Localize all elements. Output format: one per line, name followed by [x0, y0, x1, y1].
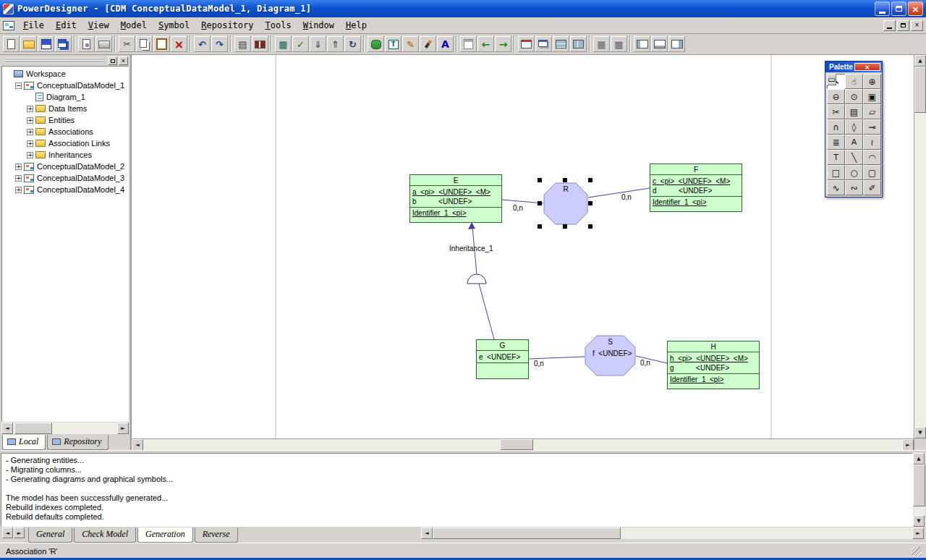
general[interactable]: General [28, 527, 72, 543]
ellipse[interactable] [845, 165, 863, 180]
copy[interactable] [136, 36, 153, 52]
association-links[interactable]: Association Links [4, 137, 128, 149]
conceptualdatamodel-2[interactable]: ConceptualDataModel_2 [4, 161, 128, 172]
conceptualdatamodel-3[interactable]: ConceptualDataModel_3 [4, 172, 128, 184]
tab-scroll-left-button[interactable]: ◄ [2, 527, 13, 538]
cut[interactable] [119, 36, 135, 52]
delete[interactable] [171, 36, 187, 52]
sep[interactable] [512, 35, 517, 53]
paste[interactable] [153, 36, 170, 52]
mdi-child-icon[interactable] [3, 21, 14, 30]
window-cascade[interactable] [535, 36, 552, 52]
scroll-up-button[interactable]: ▲ [914, 55, 926, 67]
save[interactable] [38, 36, 54, 52]
scroll-thumb[interactable] [500, 439, 533, 450]
selection-handle[interactable] [538, 224, 542, 229]
open[interactable] [20, 36, 37, 52]
selection-handle[interactable] [563, 224, 567, 229]
font[interactable] [437, 36, 454, 52]
snap[interactable] [611, 36, 627, 52]
browser-float-button[interactable] [108, 56, 117, 65]
help[interactable]: Help [340, 18, 373, 33]
diagram-1[interactable]: Diagram_1 [4, 91, 128, 103]
window-tile-v[interactable] [570, 36, 587, 52]
selection-handle[interactable] [538, 201, 542, 205]
edit[interactable]: Edit [50, 18, 82, 33]
data-items[interactable]: Data Items [4, 103, 128, 114]
scroll-left-button[interactable]: ◄ [132, 439, 143, 451]
window-new[interactable] [518, 36, 535, 52]
browser-close-button[interactable]: × [119, 56, 128, 65]
reverse[interactable]: Reverse [195, 527, 238, 543]
restore-button[interactable] [891, 1, 906, 16]
forward[interactable] [495, 36, 511, 52]
sep[interactable] [362, 35, 367, 53]
output-log[interactable]: - Generating entities...- Migrating colu… [1, 453, 913, 527]
entities[interactable]: Entities [4, 114, 128, 126]
reverse[interactable] [327, 36, 344, 52]
check-model[interactable] [292, 36, 309, 52]
polyline[interactable] [827, 180, 845, 195]
scroll-right-button[interactable]: ► [117, 423, 129, 434]
save-all[interactable] [55, 36, 72, 52]
selection-handle[interactable] [563, 178, 567, 182]
inheritances[interactable]: Inheritances [4, 149, 128, 161]
text[interactable] [845, 135, 863, 150]
entity-h[interactable]: H h <pi> <UNDEF> <M>g <UNDEF> Identifier… [667, 341, 760, 389]
check-model[interactable]: Check Model [74, 527, 136, 543]
brush[interactable] [420, 36, 436, 52]
layout-overview[interactable] [668, 36, 685, 52]
arc[interactable] [863, 150, 881, 165]
minimize-button[interactable] [875, 1, 890, 16]
selection-handle[interactable] [588, 224, 592, 229]
inheritance[interactable] [827, 119, 845, 135]
relationship[interactable] [863, 104, 881, 119]
browser-drag-grip[interactable] [5, 58, 103, 64]
tree-expand-toggle[interactable] [15, 187, 22, 193]
sep[interactable] [269, 35, 274, 53]
undo[interactable] [194, 36, 211, 52]
entity-f[interactable]: F c <pi> <UNDEF> <M>d <UNDEF> Identifier… [650, 164, 742, 212]
symbol[interactable]: Symbol [153, 18, 195, 33]
tree-expand-toggle[interactable] [15, 164, 22, 170]
back[interactable] [477, 36, 494, 52]
scroll-thumb[interactable] [14, 423, 52, 434]
repository[interactable]: Repository [47, 435, 109, 450]
scroll-right-button[interactable]: ► [912, 527, 924, 539]
association-r[interactable]: R [543, 182, 588, 225]
print[interactable] [95, 36, 112, 52]
sep[interactable] [587, 35, 592, 53]
tree-expand-toggle[interactable] [27, 117, 33, 124]
tree-expand-toggle[interactable] [15, 175, 22, 182]
sep[interactable] [113, 35, 118, 53]
window[interactable]: Window [297, 18, 340, 33]
open-diagram[interactable] [863, 89, 881, 104]
scroll-right-button[interactable]: ► [902, 439, 914, 451]
resize-grip[interactable] [912, 547, 922, 556]
new[interactable] [3, 36, 20, 52]
tree-expand-toggle[interactable] [27, 129, 33, 135]
mdi-restore-button[interactable] [897, 20, 909, 31]
conceptualdatamodel-1[interactable]: ConceptualDataModel_1 [4, 80, 128, 91]
note[interactable] [827, 135, 845, 150]
scroll-thumb[interactable] [913, 464, 925, 506]
mdi-close-button[interactable]: × [911, 20, 923, 31]
list-report[interactable] [275, 36, 292, 52]
local[interactable]: Local [2, 435, 46, 450]
tree-expand-toggle[interactable] [27, 152, 33, 158]
scroll-down-button[interactable]: ▼ [913, 515, 925, 527]
zoom-in[interactable] [863, 74, 881, 89]
report[interactable] [252, 36, 268, 52]
lasso[interactable] [863, 180, 881, 195]
scroll-left-button[interactable]: ◄ [1, 423, 13, 434]
sep[interactable] [188, 35, 193, 53]
refresh[interactable] [344, 36, 361, 52]
tree-expand-toggle[interactable] [15, 82, 22, 89]
global-view[interactable] [845, 89, 863, 104]
entity-e[interactable]: E a <pi> <UNDEF> <M>b <UNDEF> Identifier… [409, 174, 502, 223]
scroll-track[interactable] [914, 67, 926, 427]
scroll-left-button[interactable]: ◄ [421, 527, 433, 539]
generate[interactable] [310, 36, 326, 52]
association-link[interactable] [863, 119, 881, 135]
tree-expand-toggle[interactable] [27, 106, 33, 112]
